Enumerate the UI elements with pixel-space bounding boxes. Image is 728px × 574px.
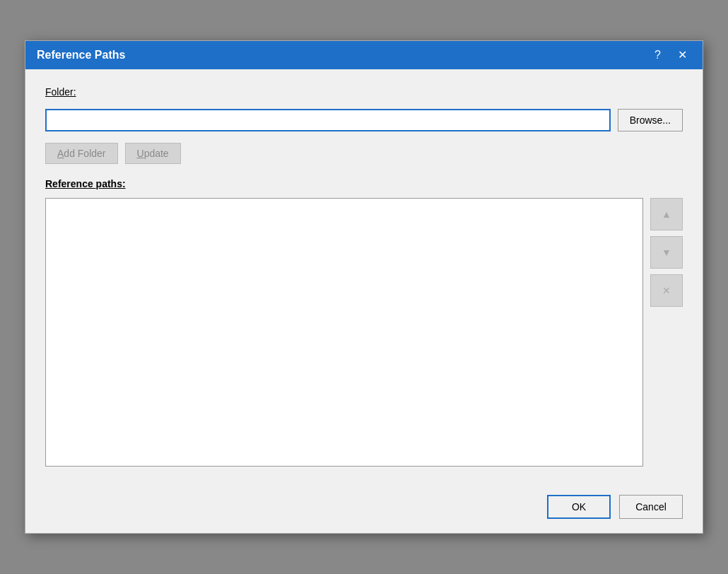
ok-button[interactable]: OK (547, 495, 611, 519)
dialog-title: Reference Paths (37, 49, 125, 62)
folder-row: Browse... (45, 109, 683, 131)
cancel-button[interactable]: Cancel (619, 495, 683, 519)
reference-paths-dialog: Reference Paths ? ✕ Folder: Browse... Ad… (25, 40, 703, 534)
update-button[interactable]: Update (125, 143, 181, 164)
browse-button[interactable]: Browse... (618, 109, 683, 131)
add-folder-button[interactable]: Add Folder (45, 143, 118, 164)
close-button[interactable]: ✕ (674, 48, 691, 62)
folder-label-underline: F (45, 86, 52, 98)
title-bar: Reference Paths ? ✕ (25, 41, 703, 69)
folder-label: Folder: (45, 86, 683, 98)
dialog-footer: OK Cancel (25, 484, 703, 533)
move-up-button[interactable]: ▲ (650, 198, 683, 230)
arrow-down-icon: ▼ (662, 247, 671, 258)
arrow-up-icon: ▲ (662, 209, 671, 220)
title-bar-left: Reference Paths (37, 49, 125, 62)
list-area-row: ▲ ▼ ✕ (45, 198, 683, 467)
action-row: Add Folder Update (45, 143, 683, 164)
side-buttons: ▲ ▼ ✕ (650, 198, 683, 307)
folder-label-text: older: (52, 86, 76, 98)
reference-paths-label: Reference paths: (45, 178, 683, 189)
dialog-body: Folder: Browse... Add Folder Update Refe… (25, 69, 703, 484)
folder-input[interactable] (45, 109, 611, 131)
delete-button[interactable]: ✕ (650, 274, 683, 307)
delete-icon: ✕ (662, 285, 671, 296)
move-down-button[interactable]: ▼ (650, 236, 683, 269)
title-bar-controls: ? ✕ (650, 48, 691, 62)
reference-list[interactable] (45, 198, 643, 467)
help-button[interactable]: ? (650, 48, 665, 62)
